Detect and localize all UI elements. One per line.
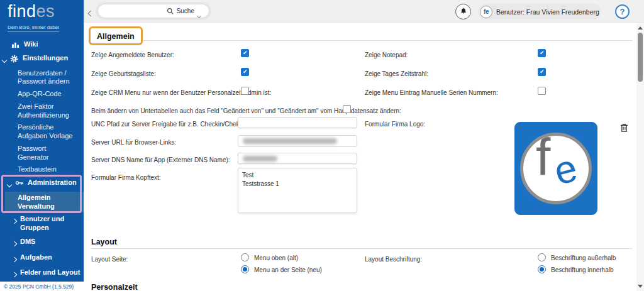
admin-group: Administration Allgemein Verwaltung [0, 176, 84, 212]
notifications-button[interactable] [455, 4, 471, 19]
sidebar-item-zwei-faktor[interactable]: Zwei Faktor Authentifizierung [0, 101, 84, 122]
sidebar-item-passwort-generator[interactable]: Passwort Generator [0, 143, 84, 164]
checkbox-zeige-tages-zeitstrahl[interactable] [538, 68, 546, 76]
sidebar-item-allgemein-verwaltung[interactable]: Allgemein Verwaltung [5, 192, 84, 213]
label-layout-seite: Layout Seite: [91, 256, 128, 263]
sidebar: findes Dein Büro, immer dabei Wiki Einst… [0, 0, 84, 291]
redacted-value [243, 156, 277, 162]
label-menu-oben: Menu oben (alt) [254, 255, 298, 261]
server-dns-input[interactable] [238, 153, 357, 164]
checkbox-manuelle-serien-nummern[interactable] [538, 87, 546, 95]
fe-logo: f e [520, 133, 592, 204]
sidebar-item-wiki[interactable]: Wiki [0, 38, 84, 52]
sidebar-item-felder-und-layout[interactable]: Felder und Layout [0, 266, 84, 282]
sidebar-item-textbaustein[interactable]: Textbaustein [0, 163, 84, 176]
user-label: Benutzer: Frau Vivien Freudenberg [496, 8, 599, 16]
label-firma-logo: Formular Firma Logo: [365, 121, 425, 128]
delete-logo-button[interactable] [620, 123, 629, 133]
section-divider [91, 40, 633, 41]
server-url-input[interactable] [238, 135, 357, 146]
chevron-down-icon [3, 56, 10, 65]
trash-icon [620, 123, 628, 133]
avatar: fe [480, 6, 492, 18]
label-zeige-angemeldete-benutzer: Zeige Angemeldete Benutzer: [91, 52, 174, 58]
radio-beschriftung-ausserhalb[interactable] [538, 253, 546, 261]
sidebar-item-benutzer-und-gruppen[interactable]: Benutzer und Gruppen [0, 212, 84, 235]
bar-chart-icon [11, 41, 20, 48]
checkbox-zeige-notepad[interactable] [538, 49, 546, 57]
main-area: Suche fe Benutzer: Frau Vivien Freudenbe… [84, 0, 644, 291]
question-mark-icon: ? [620, 7, 625, 16]
chevron-right-icon [13, 270, 20, 279]
sidebar-item-dms[interactable]: DMS [0, 235, 84, 251]
checkbox-zeige-angemeldete-benutzer[interactable] [241, 49, 249, 57]
section-title-allgemein: Allgemein [97, 32, 135, 41]
checkbox-zeige-geburtstagsliste[interactable] [241, 68, 249, 76]
chevron-right-icon [13, 239, 20, 248]
scroll-up-arrow[interactable] [636, 24, 644, 31]
label-zeige-tages-zeitstrahl: Zeige Tages Zeitstrahl: [365, 70, 428, 77]
user-menu[interactable]: fe Benutzer: Frau Vivien Freudenberg [478, 4, 601, 19]
sidebar-nav: Wiki Einstellungen Benutzerdaten / Passw… [0, 38, 84, 291]
sidebar-item-aufgaben[interactable]: Aufgaben [0, 251, 84, 266]
scroll-down-arrow[interactable] [636, 282, 644, 290]
sidebar-item-administration[interactable]: Administration [0, 176, 84, 192]
label-layout-beschriftung: Layout Beschriftung: [365, 256, 422, 263]
label-zeige-geburtstagsliste: Zeige Geburtstagsliste: [91, 70, 156, 77]
annotation-highlight-orange: Allgemein [89, 26, 143, 45]
version-footer: © 2025 PCN GmbH (1.5.529) [0, 282, 84, 291]
section-title-layout: Layout [91, 238, 117, 246]
sidebar-item-benutzerdaten-passwort[interactable]: Benutzerdaten / Passwort ändern [0, 67, 84, 89]
sidebar-item-persoenliche-aufgaben[interactable]: Persönliche Aufgaben Vorlage [0, 121, 84, 143]
checkbox-zeige-crm-menu[interactable] [241, 87, 249, 95]
label-untertabellen-geaendert: Beim ändern von Untertabellen auch das F… [91, 107, 401, 114]
label-server-dns: Server DNS Name für App (Externer DNS Na… [91, 156, 230, 163]
label-beschriftung-ausserhalb: Beschriftung außerhalb [551, 255, 616, 261]
brand-tagline: Dein Büro, immer dabei [8, 25, 59, 32]
radio-beschriftung-innerhalb[interactable] [538, 265, 546, 273]
label-beschriftung-innerhalb: Beschriftung innerhalb [551, 266, 614, 273]
chevron-down-icon [197, 9, 203, 14]
search-input[interactable]: Suche [97, 4, 209, 18]
radio-menu-oben[interactable] [241, 253, 249, 261]
chevron-right-icon [13, 217, 20, 226]
label-unc-pfad: UNC Pfad zur Server Freigabe für z.B. Ch… [91, 121, 253, 128]
app-window: findes Dein Büro, immer dabei Wiki Einst… [0, 0, 644, 291]
section-title-personalzeit: Personalzeit [91, 283, 138, 291]
chevron-down-icon [8, 180, 15, 189]
key-icon [15, 179, 24, 187]
gear-icon [10, 55, 19, 63]
firma-logo-preview: f e [514, 122, 597, 215]
chevron-right-icon [13, 255, 20, 264]
label-zeige-notepad: Zeige Notepad: [365, 52, 408, 58]
search-label: Suche [177, 8, 194, 14]
sidebar-item-einstellungen[interactable]: Einstellungen [0, 52, 84, 67]
sidebar-item-app-qr-code[interactable]: App-QR-Code [0, 88, 84, 101]
label-firma-kopftext: Formular Firma Kopftext: [91, 174, 161, 181]
brand-logo[interactable]: findes Dein Büro, immer dabei [0, 0, 84, 34]
topbar: Suche fe Benutzer: Frau Vivien Freudenbe… [84, 0, 644, 23]
scrollbar-thumb[interactable] [638, 33, 643, 82]
label-server-url: Server URL für Browser-Links: [91, 139, 176, 146]
brand-name-secondary: es [36, 2, 55, 21]
help-button[interactable]: ? [615, 4, 630, 19]
firma-kopftext-textarea[interactable]: Test Teststrasse 1 [238, 168, 357, 213]
brand-name-primary: find [8, 2, 36, 21]
checkbox-untertabellen-geaendert[interactable] [343, 105, 351, 113]
unc-path-input[interactable] [238, 117, 357, 128]
vertical-scrollbar[interactable] [636, 23, 644, 291]
section-divider [91, 248, 633, 249]
search-icon [167, 6, 174, 17]
sidebar-collapse-button[interactable] [87, 7, 96, 16]
redacted-value [243, 138, 337, 144]
label-manuelle-serien-nummern: Zeige Menu Eintrag Manuelle Serien Numme… [365, 89, 498, 96]
bell-icon [460, 6, 467, 18]
radio-menu-seite[interactable] [241, 265, 249, 273]
settings-content: Allgemein Zeige Angemeldete Benutzer: Ze… [84, 23, 644, 291]
label-menu-seite: Menu an der Seite (neu) [254, 266, 322, 273]
